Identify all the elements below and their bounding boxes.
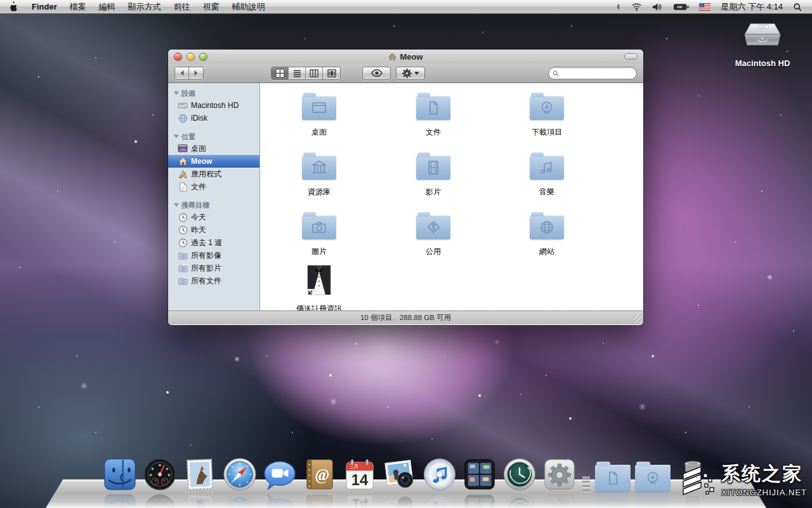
- resize-grip[interactable]: [634, 315, 641, 323]
- folder-item-library[interactable]: 資源庫: [272, 152, 367, 197]
- smart-folder-icon: [178, 263, 188, 273]
- menu-go[interactable]: 前往: [167, 0, 197, 13]
- desktop-icon-label: Macintosh HD: [732, 58, 793, 68]
- downloads-folder-icon: [635, 465, 671, 491]
- file-item-send-registration[interactable]: 傳送註冊資訊: [272, 265, 367, 311]
- sidebar-item-all-documents[interactable]: 所有文件: [168, 274, 259, 287]
- dock-item-ichat[interactable]: [262, 456, 298, 491]
- clock-icon: [178, 237, 188, 248]
- folder-item-pictures[interactable]: 圖片: [272, 211, 367, 257]
- apple-menu[interactable]: [0, 0, 25, 13]
- sidebar-item-macintosh-hd[interactable]: Macintosh HD: [168, 99, 259, 112]
- forward-button[interactable]: [189, 67, 203, 79]
- dock-item-downloads-stack[interactable]: [635, 456, 671, 491]
- icon-view-icon: [276, 69, 284, 77]
- menu-file[interactable]: 檔案: [63, 0, 93, 13]
- action-menu-button[interactable]: [396, 67, 425, 80]
- menu-edit[interactable]: 編輯: [93, 0, 122, 13]
- menu-view[interactable]: 顯示方式: [122, 0, 167, 13]
- dock-item-itunes[interactable]: [422, 456, 457, 491]
- folder-item-public[interactable]: 公用: [386, 211, 481, 257]
- hard-drive-icon: [736, 17, 789, 55]
- ichat-icon: [263, 460, 297, 491]
- system-preferences-icon: [542, 457, 577, 491]
- sidebar-item-applications[interactable]: 應用程式: [168, 168, 259, 180]
- folder-icon: [416, 96, 450, 120]
- sidebar-section-search-for[interactable]: 搜尋目標: [168, 199, 259, 211]
- spotlight-menu-extra[interactable]: [789, 0, 806, 13]
- quick-look-button[interactable]: [362, 67, 391, 80]
- folder-item-sites[interactable]: 網站: [499, 211, 594, 257]
- itunes-icon: [422, 457, 457, 491]
- minimize-button[interactable]: [187, 53, 195, 61]
- sidebar-item-past-week[interactable]: 過去 1 週: [168, 236, 259, 249]
- search-field[interactable]: [548, 67, 637, 79]
- section-header-label: 位置: [181, 132, 195, 142]
- menu-help[interactable]: 輔助說明: [226, 0, 272, 13]
- view-list-button[interactable]: [289, 67, 306, 79]
- volume-menu-extra[interactable]: [648, 0, 667, 13]
- menu-finder[interactable]: Finder: [25, 0, 63, 13]
- iphoto-icon: [383, 457, 417, 491]
- dock-item-safari[interactable]: [222, 456, 258, 491]
- dock-item-iphoto[interactable]: [382, 456, 417, 491]
- dock-item-time-machine[interactable]: [502, 456, 537, 491]
- dock-item-mail[interactable]: [182, 456, 218, 491]
- back-button[interactable]: [175, 67, 189, 79]
- dock-item-address-book[interactable]: @: [302, 456, 337, 491]
- battery-icon: [673, 3, 689, 11]
- battery-menu-extra[interactable]: [669, 0, 693, 13]
- clock-icon: [178, 212, 188, 222]
- sidebar-item-all-movies[interactable]: 所有影片: [168, 262, 259, 274]
- sidebar-section-places[interactable]: 位置: [168, 131, 259, 142]
- search-input[interactable]: [561, 69, 632, 77]
- status-bar: 10 個項目、288.88 GB 可用: [168, 311, 643, 324]
- folder-icon: [302, 156, 336, 180]
- address-book-icon: @: [304, 457, 336, 491]
- folder-item-downloads[interactable]: 下載項目: [499, 92, 594, 138]
- chevron-down-icon: [414, 71, 419, 75]
- dock-item-documents-stack[interactable]: [595, 456, 631, 491]
- dock-item-spaces[interactable]: [462, 456, 497, 491]
- menu-bar-clock[interactable]: 星期六 下午 4:14: [717, 1, 787, 13]
- status-text: 10 個項目、288.88 GB 可用: [360, 313, 451, 323]
- idisk-globe-icon: [178, 113, 188, 123]
- folder-item-movies[interactable]: 影片: [386, 152, 481, 197]
- dock-item-dashboard[interactable]: [142, 456, 178, 491]
- sidebar-item-label: 應用程式: [191, 169, 221, 180]
- sidebar-item-yesterday[interactable]: 昨天: [168, 224, 259, 236]
- dock-item-system-preferences[interactable]: [542, 456, 577, 491]
- sidebar-item-all-images[interactable]: 所有影像: [168, 249, 259, 262]
- folder-label: 文件: [426, 127, 441, 138]
- folder-item-documents[interactable]: 文件: [386, 92, 481, 138]
- desktop-icon-macintosh-hd[interactable]: Macintosh HD: [732, 17, 793, 68]
- sidebar-item-meow[interactable]: Meow: [168, 155, 259, 168]
- wifi-menu-extra[interactable]: [627, 0, 646, 13]
- input-source-menu-extra[interactable]: [695, 0, 714, 13]
- close-button[interactable]: [174, 53, 182, 61]
- sidebar-item-idisk[interactable]: iDisk: [168, 112, 259, 124]
- smart-folder-icon: [178, 276, 188, 286]
- sidebar-item-documents[interactable]: 文件: [168, 180, 259, 193]
- view-columns-button[interactable]: [306, 67, 323, 79]
- folder-item-music[interactable]: 音樂: [499, 152, 594, 197]
- spaces-icon: [462, 457, 497, 491]
- view-coverflow-button[interactable]: [323, 67, 340, 79]
- zoom-button[interactable]: [199, 53, 207, 61]
- view-icon-button[interactable]: [272, 67, 289, 79]
- sidebar-section-devices[interactable]: 設備: [168, 88, 259, 99]
- folder-item-desktop[interactable]: 桌面: [272, 92, 367, 138]
- bluetooth-menu-extra[interactable]: [612, 0, 625, 13]
- sidebar-item-label: 今天: [191, 212, 206, 223]
- sidebar-item-desktop[interactable]: 桌面: [168, 142, 259, 155]
- menu-window[interactable]: 視窗: [197, 0, 226, 13]
- sidebar-item-today[interactable]: 今天: [168, 211, 259, 224]
- sidebar-item-label: iDisk: [191, 114, 207, 123]
- dock-item-finder[interactable]: [102, 456, 138, 491]
- column-view-icon: [310, 69, 318, 77]
- sidebar-item-label: 所有影像: [191, 250, 221, 261]
- dock-item-ical[interactable]: 三月 14: [342, 456, 377, 491]
- hide-toolbar-button[interactable]: [624, 53, 638, 60]
- cover-flow-icon: [327, 69, 336, 77]
- window-titlebar[interactable]: Meow: [168, 50, 643, 64]
